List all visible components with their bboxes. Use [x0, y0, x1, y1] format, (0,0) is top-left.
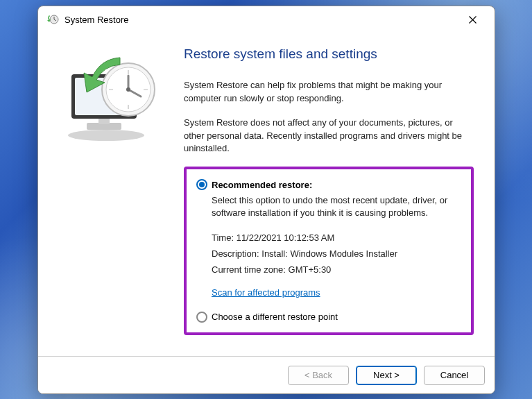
intro-paragraph-1: System Restore can help fix problems tha… [184, 79, 474, 105]
recommended-restore-label: Recommended restore: [212, 180, 312, 190]
titlebar: System Restore [38, 6, 495, 33]
intro-paragraph-2: System Restore does not affect any of yo… [184, 117, 474, 156]
window-title: System Restore [65, 15, 457, 25]
radio-icon [196, 179, 207, 190]
system-restore-dialog: System Restore [37, 6, 495, 394]
svg-point-14 [126, 87, 130, 92]
system-restore-icon [46, 13, 59, 26]
close-icon [469, 16, 477, 24]
recommended-restore-description: Select this option to undo the most rece… [212, 194, 461, 219]
back-button: < Back [288, 366, 349, 385]
content-area: Restore system files and settings System… [177, 33, 495, 356]
next-button[interactable]: Next > [356, 366, 417, 385]
restore-description-line: Description: Install: Windows Modules In… [212, 248, 461, 259]
restore-illustration-icon [52, 46, 163, 144]
sidebar [38, 33, 177, 356]
scan-affected-programs-link[interactable]: Scan for affected programs [212, 287, 320, 298]
page-heading: Restore system files and settings [184, 46, 474, 62]
cancel-button[interactable]: Cancel [424, 366, 485, 385]
restore-time-line: Time: 11/22/2021 10:12:53 AM [212, 232, 461, 243]
restore-timezone-line: Current time zone: GMT+5:30 [212, 264, 461, 275]
options-highlight-box: Recommended restore: Select this option … [184, 167, 474, 334]
time-value: 11/22/2021 10:12:53 AM [237, 232, 335, 243]
description-label: Description: [212, 248, 259, 259]
timezone-value: GMT+5:30 [289, 264, 332, 275]
svg-point-1 [68, 130, 144, 141]
recommended-restore-radio-row[interactable]: Recommended restore: [196, 179, 461, 190]
radio-icon [196, 312, 207, 323]
time-label: Time: [212, 232, 234, 243]
dialog-body: Restore system files and settings System… [38, 33, 495, 356]
timezone-label: Current time zone: [212, 264, 286, 275]
different-restore-radio-row[interactable]: Choose a different restore point [196, 312, 461, 323]
close-button[interactable] [457, 9, 488, 30]
description-value: Install: Windows Modules Installer [261, 248, 397, 259]
different-restore-label: Choose a different restore point [212, 312, 338, 322]
dialog-footer: < Back Next > Cancel [38, 356, 495, 393]
